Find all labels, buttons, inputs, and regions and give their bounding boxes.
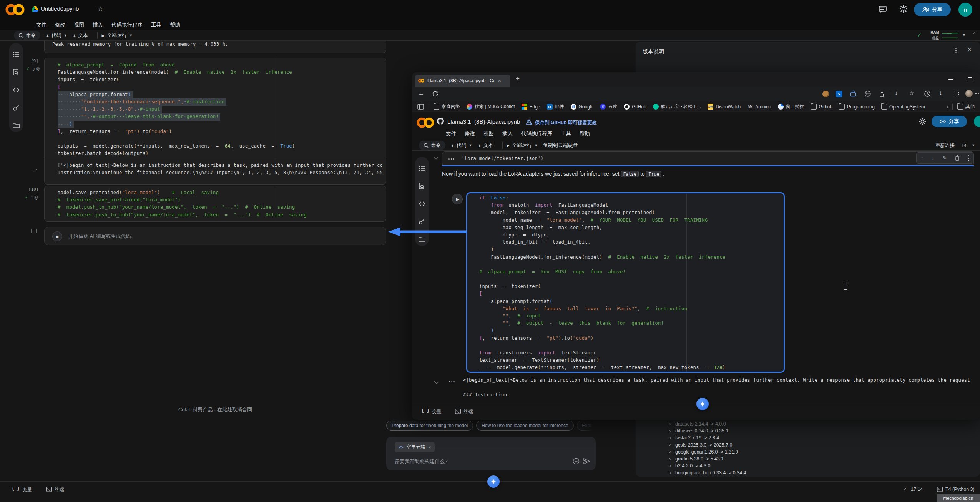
star-icon[interactable]: ☆ [98,5,103,12]
variables-button[interactable]: 变量 [22,487,32,493]
minimize-window-icon[interactable] [948,79,953,80]
command-palette-button[interactable]: 命令 [14,31,40,40]
collapse-header-icon[interactable]: ⌃ [972,32,977,37]
table-of-contents-icon[interactable] [418,165,426,172]
more-cell-actions-icon[interactable] [968,155,969,161]
bookmark-item[interactable]: 搜索 | M365 Copilot [467,103,515,110]
bookmark-item[interactable]: Github [811,104,832,110]
bookmark-item[interactable]: 百度 [600,103,617,110]
code-editor[interactable]: if False: from unsloth import FastLangua… [479,194,779,372]
command-palette-button[interactable]: 命令 [419,141,445,150]
add-text-button[interactable]: +文本 [478,141,493,150]
bookmarks-overflow-icon[interactable]: › [947,104,948,110]
delete-cell-icon[interactable] [955,155,960,161]
collapse-output-icon[interactable] [434,379,439,384]
ai-codegen-placeholder[interactable]: 开始借助 AI 编写或生成代码。 [68,233,136,240]
paid-products-note[interactable]: Colab 付费产品 - 在此处取消合同 [44,406,386,413]
screenshot-icon[interactable] [953,91,959,96]
bookmark-item[interactable]: 腾讯元宝 - 轻松工... [653,103,701,110]
add-attachment-icon[interactable] [573,458,580,465]
notebook-title[interactable]: Untitled0.ipynb [41,5,79,12]
panel-close-icon[interactable]: × [968,46,971,53]
collapse-cell-icon[interactable] [434,155,439,160]
bookmark-item[interactable]: OperatingSystem [881,104,925,110]
comment-icon[interactable] [879,5,887,13]
settings-gear-icon[interactable] [899,5,908,13]
code-cell-10[interactable]: model.save_pretrained("lora_model") # Lo… [44,186,386,222]
move-cell-down-icon[interactable]: ↓ [932,155,934,161]
share-button[interactable]: 分享 [914,3,951,16]
secrets-key-icon[interactable] [12,104,20,111]
menu-item[interactable]: 插入 [502,130,513,137]
send-icon[interactable] [583,458,590,464]
menu-item[interactable]: 修改 [55,22,65,28]
inner-notebook-title[interactable]: Llama3.1_(8B)-Alpaca.ipynb [447,118,520,125]
browser-window[interactable]: Llama3.1_(8B)-Alpaca.ipynb - Cola × + ← … [412,72,980,420]
downloads-icon[interactable]: ↓ [939,90,942,96]
extensions-puzzle-icon[interactable] [879,90,886,97]
inner-avatar[interactable] [974,116,980,127]
run-all-button[interactable]: ▶全部运行▼ [507,141,538,150]
sidebar-panel-icon[interactable] [417,104,424,110]
share-extension-icon[interactable]: ➤ [836,91,842,97]
cookie-extension-icon[interactable] [822,91,829,97]
bookmark-item[interactable]: Programming [839,104,875,110]
run-cell-button[interactable]: ▶ [52,231,62,241]
find-replace-icon[interactable] [418,182,426,190]
inner-share-button[interactable]: 分享 [932,116,967,127]
add-code-button[interactable]: +代码▼ [451,141,472,150]
run-cell-button[interactable]: ▶ [452,194,463,204]
collections-icon[interactable]: ☆ [909,90,914,96]
menu-item[interactable]: 工具 [151,22,161,28]
bookmark-item[interactable]: DistroWatch [708,104,741,110]
menu-item[interactable]: 帮助 [170,22,180,28]
menu-item[interactable]: 修改 [465,130,475,137]
save-to-github-note[interactable]: 保存到 GitHub 即可保留更改 [535,120,597,126]
add-code-button[interactable]: +代码▼ [46,31,67,40]
ai-prompt-panel[interactable]: <> 空单元格 × 需要我帮助您构建什么? [386,437,596,470]
menu-item[interactable]: 帮助 [580,130,590,137]
gemini-spark-button[interactable] [487,475,500,488]
bookmark-item[interactable]: 家庭网络 [434,103,460,110]
cell-options-icon[interactable] [448,158,454,160]
bookmark-item[interactable]: Edge [522,104,540,110]
copy-to-drive-button[interactable]: 复制到云端硬盘 [543,141,578,150]
bookmark-item[interactable]: GitHub [624,104,646,110]
browser-menu-icon[interactable] [975,93,980,94]
reload-icon[interactable] [432,91,439,97]
context-chip[interactable]: <> 空单元格 × [395,442,435,452]
close-tab-icon[interactable]: × [498,78,501,84]
empty-code-cell[interactable]: ▶ 开始借助 AI 编写或生成代码。 [44,227,386,245]
collapse-output-icon[interactable] [32,167,37,172]
move-cell-up-icon[interactable]: ↑ [921,155,924,161]
menu-item[interactable]: 插入 [93,22,103,28]
bookmark-item[interactable]: Google [571,104,594,110]
files-folder-icon[interactable] [12,121,20,129]
new-tab-icon[interactable]: + [516,75,520,83]
back-icon[interactable]: ← [418,90,424,97]
run-all-button[interactable]: ▶全部运行▼ [101,31,133,40]
resources-dropdown-icon[interactable]: ▼ [962,33,966,37]
code-editor[interactable]: # alpaca_prompt = Copied from aboveFastL… [58,62,380,157]
remove-context-icon[interactable]: × [428,445,431,450]
menu-item[interactable]: 视图 [483,130,494,137]
menu-item[interactable]: 文件 [446,130,456,137]
ai-suggestion-chip[interactable]: How to use the loaded model for inferenc… [476,421,573,431]
panel-more-icon[interactable] [955,48,957,53]
previous-cell-tail[interactable]: 'lora_model/tokenizer.json') [442,151,974,166]
menu-item[interactable]: 代码执行程序 [521,130,552,137]
variables-button[interactable]: 变量 [432,409,442,415]
history-icon[interactable] [924,90,931,97]
settings-gear-icon[interactable] [919,118,926,125]
gemini-spark-button[interactable] [696,398,709,410]
shopping-extension-icon[interactable] [850,90,857,97]
bookmark-item[interactable]: Arduino [747,104,771,110]
bookmark-item[interactable]: 邮件 [547,103,564,110]
ai-suggestion-chip[interactable]: Prepare data for finetuning the model [386,421,473,431]
globe-extension-icon[interactable] [864,90,871,97]
avatar[interactable]: n [958,3,972,17]
add-text-button[interactable]: +文本 [73,31,88,40]
edit-cell-icon[interactable]: ✎ [943,155,947,161]
bookmark-item[interactable]: 窗口摇摆 [778,103,804,110]
find-replace-icon[interactable] [12,68,20,76]
